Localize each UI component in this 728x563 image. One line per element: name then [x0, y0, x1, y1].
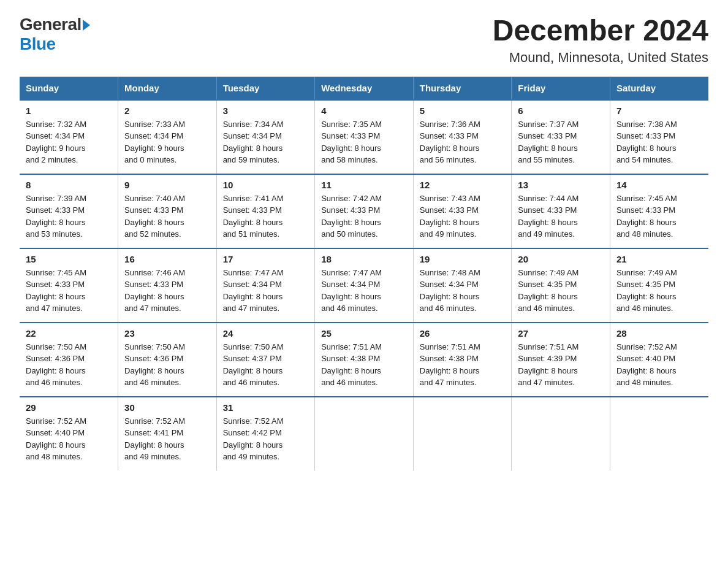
day-number: 31 — [223, 402, 309, 413]
day-number: 30 — [124, 402, 210, 413]
day-header-tuesday: Tuesday — [216, 77, 315, 100]
day-number: 10 — [223, 180, 309, 190]
day-info: Sunrise: 7:45 AMSunset: 4:33 PMDaylight:… — [616, 193, 702, 240]
day-number: 21 — [616, 254, 702, 264]
calendar-table: SundayMondayTuesdayWednesdayThursdayFrid… — [20, 77, 708, 470]
day-info: Sunrise: 7:49 AMSunset: 4:35 PMDaylight:… — [616, 267, 702, 315]
day-cell — [512, 397, 610, 470]
day-info: Sunrise: 7:38 AMSunset: 4:33 PMDaylight:… — [616, 118, 702, 166]
day-cell: 23Sunrise: 7:50 AMSunset: 4:36 PMDayligh… — [118, 323, 217, 397]
calendar-header-row: SundayMondayTuesdayWednesdayThursdayFrid… — [20, 77, 708, 100]
day-number: 1 — [26, 105, 112, 116]
week-row-4: 22Sunrise: 7:50 AMSunset: 4:36 PMDayligh… — [20, 323, 708, 397]
day-header-sunday: Sunday — [20, 77, 118, 100]
day-cell: 15Sunrise: 7:45 AMSunset: 4:33 PMDayligh… — [20, 248, 118, 323]
day-cell: 6Sunrise: 7:37 AMSunset: 4:33 PMDaylight… — [512, 100, 610, 174]
day-number: 16 — [124, 254, 210, 264]
day-number: 25 — [321, 328, 407, 339]
day-header-saturday: Saturday — [610, 77, 708, 100]
day-number: 29 — [26, 402, 112, 413]
day-number: 23 — [124, 328, 210, 339]
day-info: Sunrise: 7:47 AMSunset: 4:34 PMDaylight:… — [223, 267, 309, 315]
day-number: 12 — [420, 180, 506, 190]
day-info: Sunrise: 7:45 AMSunset: 4:33 PMDaylight:… — [26, 267, 112, 315]
day-cell: 21Sunrise: 7:49 AMSunset: 4:35 PMDayligh… — [610, 248, 708, 323]
calendar-subtitle: Mound, Minnesota, United States — [493, 50, 708, 66]
day-info: Sunrise: 7:50 AMSunset: 4:36 PMDaylight:… — [26, 341, 112, 389]
logo-blue-text: Blue — [20, 34, 56, 53]
day-header-wednesday: Wednesday — [315, 77, 414, 100]
day-info: Sunrise: 7:41 AMSunset: 4:33 PMDaylight:… — [223, 193, 309, 240]
day-number: 19 — [420, 254, 506, 264]
day-number: 26 — [420, 328, 506, 339]
day-info: Sunrise: 7:52 AMSunset: 4:41 PMDaylight:… — [124, 415, 210, 463]
day-info: Sunrise: 7:34 AMSunset: 4:34 PMDaylight:… — [223, 118, 309, 166]
day-info: Sunrise: 7:39 AMSunset: 4:33 PMDaylight:… — [26, 193, 112, 240]
day-info: Sunrise: 7:51 AMSunset: 4:38 PMDaylight:… — [321, 341, 407, 389]
day-cell: 26Sunrise: 7:51 AMSunset: 4:38 PMDayligh… — [413, 323, 512, 397]
day-info: Sunrise: 7:52 AMSunset: 4:40 PMDaylight:… — [26, 415, 112, 463]
day-cell: 5Sunrise: 7:36 AMSunset: 4:33 PMDaylight… — [413, 100, 512, 174]
day-cell: 18Sunrise: 7:47 AMSunset: 4:34 PMDayligh… — [315, 248, 414, 323]
day-number: 18 — [321, 254, 407, 264]
day-info: Sunrise: 7:49 AMSunset: 4:35 PMDaylight:… — [518, 267, 604, 315]
day-number: 5 — [420, 105, 506, 116]
logo-general-text: General — [20, 15, 82, 34]
day-cell: 17Sunrise: 7:47 AMSunset: 4:34 PMDayligh… — [216, 248, 315, 323]
day-header-thursday: Thursday — [413, 77, 512, 100]
day-cell: 1Sunrise: 7:32 AMSunset: 4:34 PMDaylight… — [20, 100, 118, 174]
logo-chevron-icon — [83, 20, 90, 31]
day-cell — [413, 397, 512, 470]
day-number: 2 — [124, 105, 210, 116]
day-info: Sunrise: 7:46 AMSunset: 4:33 PMDaylight:… — [124, 267, 210, 315]
day-info: Sunrise: 7:40 AMSunset: 4:33 PMDaylight:… — [124, 193, 210, 240]
day-number: 3 — [223, 105, 309, 116]
day-cell: 31Sunrise: 7:52 AMSunset: 4:42 PMDayligh… — [216, 397, 315, 470]
day-cell: 12Sunrise: 7:43 AMSunset: 4:33 PMDayligh… — [413, 174, 512, 248]
day-number: 13 — [518, 180, 604, 190]
day-number: 24 — [223, 328, 309, 339]
day-info: Sunrise: 7:37 AMSunset: 4:33 PMDaylight:… — [518, 118, 604, 166]
day-info: Sunrise: 7:35 AMSunset: 4:33 PMDaylight:… — [321, 118, 407, 166]
day-cell: 28Sunrise: 7:52 AMSunset: 4:40 PMDayligh… — [610, 323, 708, 397]
day-cell: 13Sunrise: 7:44 AMSunset: 4:33 PMDayligh… — [512, 174, 610, 248]
day-cell: 25Sunrise: 7:51 AMSunset: 4:38 PMDayligh… — [315, 323, 414, 397]
day-cell: 20Sunrise: 7:49 AMSunset: 4:35 PMDayligh… — [512, 248, 610, 323]
day-info: Sunrise: 7:52 AMSunset: 4:40 PMDaylight:… — [616, 341, 702, 389]
day-cell: 2Sunrise: 7:33 AMSunset: 4:34 PMDaylight… — [118, 100, 217, 174]
day-cell: 4Sunrise: 7:35 AMSunset: 4:33 PMDaylight… — [315, 100, 414, 174]
page-header: General Blue December 2024 Mound, Minnes… — [20, 15, 708, 66]
day-info: Sunrise: 7:48 AMSunset: 4:34 PMDaylight:… — [420, 267, 506, 315]
day-cell: 8Sunrise: 7:39 AMSunset: 4:33 PMDaylight… — [20, 174, 118, 248]
title-block: December 2024 Mound, Minnesota, United S… — [493, 15, 708, 66]
day-info: Sunrise: 7:52 AMSunset: 4:42 PMDaylight:… — [223, 415, 309, 463]
calendar-title: December 2024 — [493, 15, 708, 47]
day-cell: 22Sunrise: 7:50 AMSunset: 4:36 PMDayligh… — [20, 323, 118, 397]
day-info: Sunrise: 7:33 AMSunset: 4:34 PMDaylight:… — [124, 118, 210, 166]
day-cell: 30Sunrise: 7:52 AMSunset: 4:41 PMDayligh… — [118, 397, 217, 470]
week-row-3: 15Sunrise: 7:45 AMSunset: 4:33 PMDayligh… — [20, 248, 708, 323]
day-number: 27 — [518, 328, 604, 339]
day-info: Sunrise: 7:50 AMSunset: 4:37 PMDaylight:… — [223, 341, 309, 389]
day-info: Sunrise: 7:47 AMSunset: 4:34 PMDaylight:… — [321, 267, 407, 315]
day-info: Sunrise: 7:42 AMSunset: 4:33 PMDaylight:… — [321, 193, 407, 240]
day-info: Sunrise: 7:44 AMSunset: 4:33 PMDaylight:… — [518, 193, 604, 240]
day-cell: 7Sunrise: 7:38 AMSunset: 4:33 PMDaylight… — [610, 100, 708, 174]
week-row-5: 29Sunrise: 7:52 AMSunset: 4:40 PMDayligh… — [20, 397, 708, 470]
week-row-1: 1Sunrise: 7:32 AMSunset: 4:34 PMDaylight… — [20, 100, 708, 174]
week-row-2: 8Sunrise: 7:39 AMSunset: 4:33 PMDaylight… — [20, 174, 708, 248]
day-number: 22 — [26, 328, 112, 339]
day-cell: 10Sunrise: 7:41 AMSunset: 4:33 PMDayligh… — [216, 174, 315, 248]
day-header-monday: Monday — [118, 77, 217, 100]
day-number: 17 — [223, 254, 309, 264]
day-cell: 16Sunrise: 7:46 AMSunset: 4:33 PMDayligh… — [118, 248, 217, 323]
day-cell: 14Sunrise: 7:45 AMSunset: 4:33 PMDayligh… — [610, 174, 708, 248]
day-cell — [610, 397, 708, 470]
logo: General Blue — [20, 15, 90, 54]
day-number: 8 — [26, 180, 112, 190]
day-number: 6 — [518, 105, 604, 116]
day-header-friday: Friday — [512, 77, 610, 100]
day-number: 11 — [321, 180, 407, 190]
day-info: Sunrise: 7:51 AMSunset: 4:39 PMDaylight:… — [518, 341, 604, 389]
day-number: 15 — [26, 254, 112, 264]
